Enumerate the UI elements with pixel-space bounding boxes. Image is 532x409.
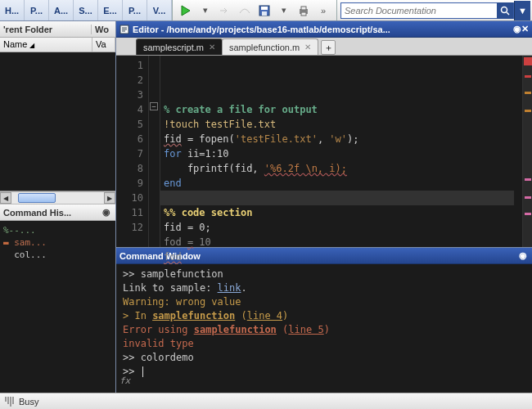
run-button[interactable] (178, 2, 194, 19)
command-window-title: Command Window (119, 251, 201, 261)
step-over-icon[interactable] (237, 2, 253, 19)
scroll-thumb[interactable] (18, 193, 56, 203)
link[interactable]: link (218, 282, 241, 294)
editor-tabs: samplescript.m ✕ samplefunction.m ✕ ＋ (116, 38, 532, 56)
current-folder-panel-header: 'rent Folder Wo (0, 21, 115, 38)
svg-rect-5 (301, 7, 306, 10)
error-mark[interactable] (525, 75, 531, 78)
ribbon-tab[interactable]: H... (0, 0, 25, 20)
quick-access-toolbar: ▾ ▾ » (172, 0, 337, 20)
ribbon-tab[interactable]: P... (123, 0, 147, 20)
close-tab-icon[interactable]: ✕ (209, 43, 215, 52)
svg-rect-3 (262, 11, 267, 16)
panel-menu-icon[interactable]: ◉ (517, 250, 529, 262)
message-bar[interactable] (522, 56, 532, 247)
svg-rect-2 (261, 7, 268, 10)
print-icon[interactable] (295, 2, 312, 19)
search-documentation-box[interactable] (340, 2, 514, 19)
link[interactable]: samplefunction (152, 310, 235, 321)
svg-point-7 (502, 7, 507, 12)
save-icon[interactable] (256, 2, 273, 19)
current-folder-title: 'rent Folder (3, 25, 52, 34)
section-mark[interactable] (525, 213, 531, 215)
ribbon-tab[interactable]: V... (147, 0, 172, 20)
ribbon-tab[interactable]: S... (74, 0, 98, 20)
status-text: Busy (19, 397, 38, 407)
save-dropdown-icon[interactable]: ▾ (276, 2, 292, 19)
history-item[interactable]: ▬ sam... (3, 236, 112, 249)
busy-indicator-icon (5, 397, 14, 407)
link[interactable]: line 4 (247, 310, 282, 321)
fx-icon[interactable]: fx (119, 374, 130, 388)
link[interactable]: samplefunction (194, 324, 277, 335)
column-name[interactable]: Name ◢ (0, 38, 92, 52)
line-number-gutter: 123456789101112 (116, 56, 149, 247)
link[interactable]: line 5 (288, 324, 323, 335)
editor-tab-label: samplefunction.m (229, 43, 300, 52)
ribbon-tabs: H... P... A... S... E... P... V... (0, 0, 172, 20)
step-icon[interactable] (217, 2, 233, 19)
close-icon[interactable]: ✕ (521, 24, 529, 34)
editor-icon (119, 25, 129, 34)
command-window[interactable]: >> samplefunction Link to sample: link. … (116, 264, 532, 393)
error-summary-icon[interactable] (524, 57, 532, 65)
search-icon[interactable] (497, 2, 513, 19)
fold-gutter[interactable]: − (149, 56, 160, 247)
svg-line-8 (507, 12, 509, 15)
run-dropdown-icon[interactable]: ▾ (197, 2, 214, 19)
search-input[interactable] (341, 6, 497, 16)
folder-columns: Name ◢ Va (0, 38, 115, 52)
horizontal-scrollbar[interactable]: ◀ ▶ (0, 191, 115, 204)
code-content[interactable]: % create a file for output !touch testFi… (160, 56, 522, 247)
status-bar: Busy (0, 393, 532, 409)
command-history-list[interactable]: %--... ▬ sam... col... (0, 221, 115, 393)
section-mark[interactable] (525, 178, 531, 181)
command-history-header: Command His... ◉ (0, 204, 115, 221)
warning-mark[interactable] (525, 110, 531, 112)
workspace-tab[interactable]: Wo (91, 25, 112, 34)
ribbon-tab[interactable]: P... (25, 0, 49, 20)
scroll-left-icon[interactable]: ◀ (0, 192, 11, 204)
close-tab-icon[interactable]: ✕ (304, 43, 311, 52)
code-editor[interactable]: 123456789101112 − % create a file for ou… (116, 56, 532, 247)
panel-menu-icon[interactable]: ◉ (101, 207, 112, 218)
editor-tab-label: samplescript.m (143, 43, 204, 52)
warning-mark[interactable] (525, 92, 531, 94)
ribbon-tab[interactable]: A... (49, 0, 74, 20)
toolbar-menu-dropdown[interactable]: ▼ (514, 1, 530, 20)
editor-tab[interactable]: samplescript.m ✕ (136, 38, 223, 55)
fold-toggle-icon[interactable]: − (150, 102, 158, 110)
panel-menu-icon[interactable]: ◉ (513, 24, 521, 34)
svg-marker-0 (182, 6, 190, 16)
current-line-highlight (160, 191, 514, 205)
scroll-right-icon[interactable]: ▶ (104, 192, 115, 204)
new-tab-button[interactable]: ＋ (321, 40, 336, 55)
current-folder-list[interactable] (0, 52, 115, 191)
top-toolbar: H... P... A... S... E... P... V... ▾ ▾ (0, 0, 532, 21)
cursor (142, 366, 143, 377)
ribbon-tab[interactable]: E... (98, 0, 123, 20)
overflow-icon[interactable]: » (315, 2, 331, 19)
section-mark[interactable] (525, 196, 531, 199)
history-item[interactable]: col... (3, 249, 112, 261)
editor-tab[interactable]: samplefunction.m ✕ (222, 38, 318, 55)
editor-header: Editor - /home/andy/projects/base16-matl… (116, 21, 532, 38)
command-history-title: Command His... (3, 208, 71, 218)
column-value[interactable]: Va (92, 38, 115, 52)
editor-title: Editor - /home/andy/projects/base16-matl… (133, 25, 513, 34)
history-item[interactable]: %--... (3, 224, 112, 236)
svg-rect-6 (301, 12, 306, 16)
